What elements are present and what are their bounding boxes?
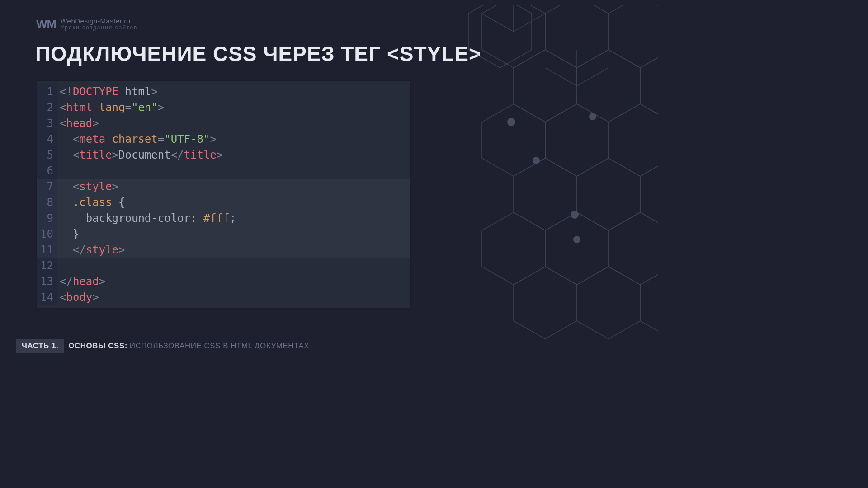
- svg-marker-15: [609, 212, 658, 285]
- line-number: 14: [37, 290, 57, 305]
- line-number: 7: [37, 179, 57, 195]
- code-content: [57, 258, 410, 274]
- svg-marker-8: [545, 104, 609, 176]
- code-content: }: [57, 226, 410, 242]
- code-line: 8 .class {: [37, 195, 410, 211]
- code-content: <meta charset="UTF-8">: [57, 131, 410, 147]
- svg-line-21: [514, 14, 545, 32]
- code-line: 9 background-color: #fff;: [37, 211, 410, 226]
- brand-title: WebDesign-Master.ru: [61, 18, 137, 25]
- code-content: <head>: [57, 116, 410, 131]
- line-number: 10: [37, 226, 57, 242]
- code-content: .class {: [57, 195, 410, 211]
- svg-marker-6: [640, 50, 658, 122]
- line-number: 1: [37, 84, 57, 100]
- svg-marker-2: [545, 5, 609, 68]
- svg-marker-7: [482, 104, 545, 176]
- line-number: 2: [37, 100, 57, 116]
- code-line: 7 <style>: [37, 179, 410, 195]
- svg-marker-11: [577, 158, 640, 230]
- line-number: 6: [37, 163, 57, 179]
- slide-footer: ЧАСТЬ 1. ОСНОВЫ CSS: ИСПОЛЬЗОВАНИЕ CSS В…: [16, 339, 309, 353]
- line-number: 8: [37, 195, 57, 211]
- code-line: 3<head>: [37, 116, 410, 131]
- svg-marker-14: [545, 212, 609, 285]
- svg-marker-13: [482, 212, 545, 285]
- line-number: 9: [37, 211, 57, 226]
- line-number: 13: [37, 274, 57, 290]
- brand-logo-mark: WM: [36, 17, 56, 31]
- code-line: 5 <title>Document</title>: [37, 147, 410, 163]
- code-line: 13</head>: [37, 274, 410, 290]
- svg-line-20: [482, 14, 514, 32]
- code-content: <!DOCTYPE html>: [57, 84, 410, 100]
- svg-marker-10: [514, 158, 577, 230]
- code-content: [57, 163, 410, 179]
- code-line: 11 </style>: [37, 242, 410, 258]
- svg-marker-4: [514, 50, 577, 122]
- line-number: 12: [37, 258, 57, 274]
- svg-line-23: [545, 68, 577, 86]
- code-line: 2<html lang="en">: [37, 100, 410, 116]
- code-line: 10 }: [37, 226, 410, 242]
- code-content: </style>: [57, 242, 410, 258]
- svg-marker-12: [640, 158, 658, 230]
- line-number: 4: [37, 131, 57, 147]
- code-content: </head>: [57, 274, 410, 290]
- svg-marker-1: [482, 5, 545, 68]
- svg-point-28: [571, 211, 579, 219]
- footer-part-badge: ЧАСТЬ 1.: [16, 339, 64, 353]
- slide-title: ПОДКЛЮЧЕНИЕ CSS ЧЕРЕЗ ТЕГ <STYLE>: [35, 42, 481, 66]
- code-editor: 1<!DOCTYPE html>2<html lang="en">3<head>…: [36, 80, 411, 309]
- svg-point-26: [589, 113, 596, 120]
- svg-point-29: [573, 236, 580, 243]
- svg-line-24: [577, 68, 609, 86]
- line-number: 3: [37, 116, 57, 131]
- brand-block: WM WebDesign-Master.ru Уроки создания са…: [36, 17, 137, 31]
- code-line: 6: [37, 163, 410, 179]
- brand-text: WebDesign-Master.ru Уроки создания сайто…: [61, 18, 137, 31]
- svg-point-25: [507, 118, 515, 126]
- svg-marker-18: [640, 267, 658, 339]
- svg-marker-3: [609, 5, 658, 68]
- code-content: <style>: [57, 179, 410, 195]
- brand-subtitle: Уроки создания сайтов: [61, 25, 137, 31]
- svg-marker-5: [577, 50, 640, 122]
- footer-section-subtitle-text: ИСПОЛЬЗОВАНИЕ CSS В HTML ДОКУМЕНТАХ: [130, 342, 309, 350]
- code-content: <html lang="en">: [57, 100, 410, 116]
- code-content: background-color: #fff;: [57, 211, 410, 226]
- line-number: 5: [37, 147, 57, 163]
- footer-section-title: ОСНОВЫ CSS:: [68, 342, 127, 350]
- code-line: 1<!DOCTYPE html>: [37, 84, 410, 100]
- code-line: 14<body>: [37, 290, 410, 305]
- code-line: 12: [37, 258, 410, 274]
- svg-marker-17: [577, 267, 640, 339]
- line-number: 11: [37, 242, 57, 258]
- svg-point-27: [533, 157, 540, 164]
- code-line: 4 <meta charset="UTF-8">: [37, 131, 410, 147]
- code-content: <title>Document</title>: [57, 147, 410, 163]
- code-content: <body>: [57, 290, 410, 305]
- svg-marker-16: [514, 267, 577, 339]
- svg-marker-9: [609, 104, 658, 176]
